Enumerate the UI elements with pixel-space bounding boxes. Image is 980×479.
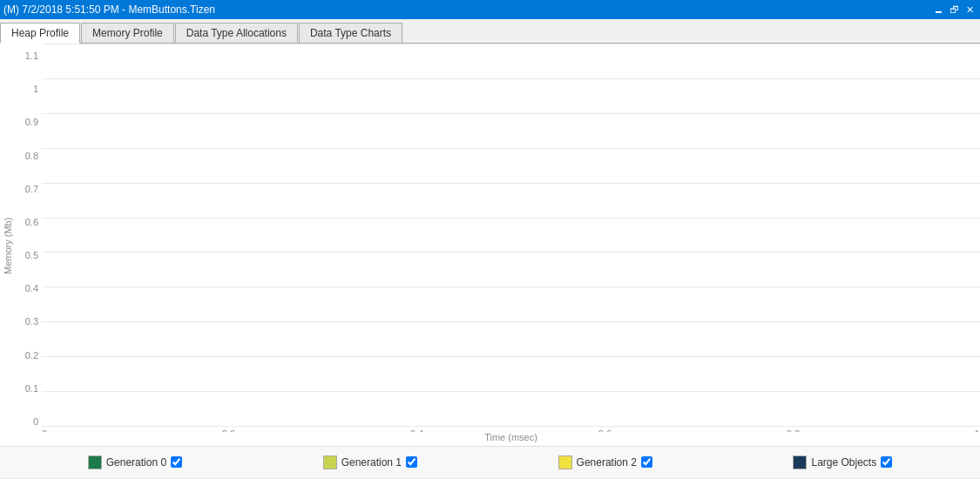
legend-color-gen2 (558, 455, 572, 469)
grid-line (42, 356, 980, 357)
y-tick: 0 (33, 416, 38, 427)
tab-bar: Heap Profile Memory Profile Data Type Al… (0, 19, 980, 44)
y-tick: 0.5 (25, 250, 38, 260)
grid-line (42, 183, 980, 184)
y-tick: 1.1 (25, 51, 38, 61)
legend-label-large: Large Objects (811, 456, 876, 469)
grid-line (42, 78, 980, 79)
x-axis-label: Time (msec) (484, 432, 537, 442)
grid-line (42, 44, 980, 44)
tab-heap-profile[interactable]: Heap Profile (0, 23, 80, 44)
grid-line (42, 321, 980, 322)
legend-label-gen1: Generation 1 (341, 456, 402, 469)
legend-item-gen0: Generation 0 (88, 455, 182, 469)
legend-item-large: Large Objects (793, 455, 892, 469)
y-tick: 0.2 (25, 350, 38, 361)
grid-line (42, 148, 980, 149)
y-tick: 0.9 (25, 117, 38, 127)
tab-memory-profile[interactable]: Memory Profile (81, 23, 174, 43)
legend: Generation 0Generation 1Generation 2Larg… (0, 446, 980, 477)
grid-line (42, 287, 980, 287)
grid-line (42, 391, 980, 392)
legend-color-large (793, 455, 807, 469)
y-axis-label: Memory (Mb) (0, 44, 16, 448)
grid-lines (42, 44, 980, 427)
grid-line (42, 218, 980, 219)
main-area: Memory (Mb) 1.110.90.80.70.60.50.40.30.2… (0, 44, 980, 477)
tab-data-type-charts[interactable]: Data Type Charts (299, 23, 402, 43)
legend-checkbox-gen2[interactable] (641, 456, 652, 468)
restore-button[interactable]: 🗗 (947, 3, 961, 17)
plot-area: 00.20.40.60.81 (42, 44, 980, 448)
y-tick: 0.8 (25, 151, 38, 161)
title-bar: (M) 7/2/2018 5:51:50 PM - MemButtons.Tiz… (0, 0, 980, 19)
y-tick: 1 (33, 84, 38, 94)
grid-line (42, 113, 980, 114)
legend-label-gen2: Generation 2 (577, 456, 637, 469)
title-bar-text: (M) 7/2/2018 5:51:50 PM - MemButtons.Tiz… (3, 3, 215, 16)
legend-checkbox-gen1[interactable] (406, 456, 417, 468)
y-axis: 1.110.90.80.70.60.50.40.30.20.10 (16, 44, 42, 448)
y-tick: 0.4 (25, 283, 38, 293)
legend-checkbox-large[interactable] (881, 456, 892, 468)
title-bar-buttons: 🗕 🗗 ✕ (931, 3, 977, 17)
legend-color-gen0 (88, 455, 102, 469)
legend-color-gen1 (323, 455, 337, 469)
legend-item-gen2: Generation 2 (558, 455, 652, 469)
y-tick: 0.6 (25, 217, 38, 227)
legend-item-gen1: Generation 1 (323, 455, 417, 469)
close-button[interactable]: ✕ (963, 3, 977, 17)
grid-line (42, 252, 980, 253)
chart-container: Memory (Mb) 1.110.90.80.70.60.50.40.30.2… (0, 44, 980, 448)
y-tick: 0.1 (25, 383, 38, 394)
legend-checkbox-gen0[interactable] (171, 456, 182, 468)
legend-label-gen0: Generation 0 (106, 456, 166, 469)
minimize-button[interactable]: 🗕 (931, 3, 945, 17)
y-tick: 0.7 (25, 184, 38, 194)
y-tick: 0.3 (25, 316, 38, 327)
tab-data-type-allocations[interactable]: Data Type Allocations (175, 23, 298, 43)
